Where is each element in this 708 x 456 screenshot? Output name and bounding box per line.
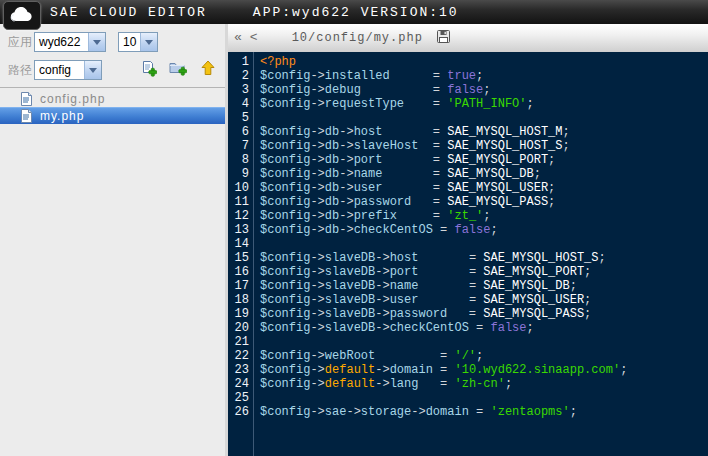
code-line-4[interactable]: 4$config->requestType = 'PATH_INFO'; (228, 97, 708, 111)
line-number: 15 (228, 251, 253, 265)
code-line-5[interactable]: 5 (228, 111, 708, 125)
code-line-16[interactable]: 16$config->slaveDB->port = SAE_MYSQL_POR… (228, 265, 708, 279)
app-row: 应用 wyd622 10 (0, 28, 225, 56)
code-text: $config->db->checkCentOS = false; (253, 223, 498, 237)
code-line-20[interactable]: 20$config->slaveDB->checkCentOS = false; (228, 321, 708, 335)
code-text: $config->sae->storage->domain = 'zentaop… (253, 405, 577, 419)
file-toolbar (139, 61, 225, 79)
code-line-11[interactable]: 11$config->db->password = SAE_MYSQL_PASS… (228, 195, 708, 209)
line-number: 4 (228, 97, 253, 111)
code-text: $config->installed = true; (253, 69, 483, 83)
save-icon[interactable] (437, 29, 450, 47)
cloud-icon (10, 6, 34, 26)
line-number: 20 (228, 321, 253, 335)
code-line-12[interactable]: 12$config->db->prefix = 'zt_'; (228, 209, 708, 223)
version-select[interactable]: 10 (118, 32, 158, 52)
code-line-23[interactable]: 23$config->default->domain = '10.wyd622.… (228, 363, 708, 377)
new-folder-button[interactable] (169, 61, 187, 79)
code-line-13[interactable]: 13$config->db->checkCentOS = false; (228, 223, 708, 237)
code-text: $config->slaveDB->user = SAE_MYSQL_USER; (253, 293, 591, 307)
chevron-down-icon[interactable] (88, 33, 105, 51)
code-line-9[interactable]: 9$config->db->name = SAE_MYSQL_DB; (228, 167, 708, 181)
code-line-21[interactable]: 21 (228, 335, 708, 349)
line-number: 21 (228, 335, 253, 349)
line-number: 17 (228, 279, 253, 293)
parent-directory-button[interactable] (199, 61, 217, 79)
code-line-6[interactable]: 6$config->db->host = SAE_MYSQL_HOST_M; (228, 125, 708, 139)
code-line-17[interactable]: 17$config->slaveDB->name = SAE_MYSQL_DB; (228, 279, 708, 293)
chevron-down-icon[interactable] (140, 33, 157, 51)
code-text (253, 335, 260, 349)
line-number: 12 (228, 209, 253, 223)
code-text: $config->webRoot = '/'; (253, 349, 483, 363)
code-text (253, 391, 260, 405)
code-text: $config->db->port = SAE_MYSQL_PORT; (253, 153, 555, 167)
document-icon (20, 92, 32, 106)
code-editor[interactable]: 1<?php2$config->installed = true;3$confi… (228, 52, 708, 456)
code-text: $config->default->lang = 'zh-cn'; (253, 377, 512, 391)
app-select[interactable]: wyd622 (34, 32, 106, 52)
code-text: $config->db->prefix = 'zt_'; (253, 209, 491, 223)
sae-cloud-editor-window: { "titlebar": { "title": "SAE CLOUD EDIT… (0, 0, 708, 456)
code-line-15[interactable]: 15$config->slaveDB->host = SAE_MYSQL_HOS… (228, 251, 708, 265)
code-line-8[interactable]: 8$config->db->port = SAE_MYSQL_PORT; (228, 153, 708, 167)
path-label: 路径 (8, 62, 34, 79)
line-number: 1 (228, 55, 253, 69)
line-number: 16 (228, 265, 253, 279)
code-text: $config->debug = false; (253, 83, 490, 97)
code-line-10[interactable]: 10$config->db->user = SAE_MYSQL_USER; (228, 181, 708, 195)
file-name: my.php (40, 109, 84, 123)
scroll-tabs-left-button[interactable]: < (246, 25, 262, 51)
code-text: $config->db->name = SAE_MYSQL_DB; (253, 167, 541, 181)
sidebar: 应用 wyd622 10 路径 config (0, 24, 228, 456)
file-item-my-php[interactable]: my.php (0, 107, 225, 124)
line-number: 2 (228, 69, 253, 83)
code-line-18[interactable]: 18$config->slaveDB->user = SAE_MYSQL_USE… (228, 293, 708, 307)
chevron-down-icon[interactable] (84, 61, 101, 79)
code-text: $config->requestType = 'PATH_INFO'; (253, 97, 534, 111)
line-number: 3 (228, 83, 253, 97)
code-line-7[interactable]: 7$config->db->slaveHost = SAE_MYSQL_HOST… (228, 139, 708, 153)
line-number: 18 (228, 293, 253, 307)
code-line-26[interactable]: 26$config->sae->storage->domain = 'zenta… (228, 405, 708, 419)
code-line-1[interactable]: 1<?php (228, 55, 708, 69)
code-text: $config->slaveDB->name = SAE_MYSQL_DB; (253, 279, 577, 293)
titlebar: SAE CLOUD EDITOR APP:wyd622 VERSION:10 (0, 0, 708, 24)
code-text: $config->slaveDB->port = SAE_MYSQL_PORT; (253, 265, 591, 279)
code-line-22[interactable]: 22$config->webRoot = '/'; (228, 349, 708, 363)
new-file-button[interactable] (139, 61, 157, 79)
code-text: $config->db->password = SAE_MYSQL_PASS; (253, 195, 555, 209)
line-number: 14 (228, 237, 253, 251)
line-number: 23 (228, 363, 253, 377)
code-text: <?php (253, 55, 296, 69)
code-text: $config->slaveDB->checkCentOS = false; (253, 321, 534, 335)
line-number: 5 (228, 111, 253, 125)
line-number: 10 (228, 181, 253, 195)
tab-label: 10/config/my.php (292, 31, 423, 45)
code-line-24[interactable]: 24$config->default->lang = 'zh-cn'; (228, 377, 708, 391)
code-text: $config->db->host = SAE_MYSQL_HOST_M; (253, 125, 570, 139)
collapse-sidebar-button[interactable]: « (230, 25, 246, 51)
line-number: 13 (228, 223, 253, 237)
app-title: SAE CLOUD EDITOR (50, 5, 207, 20)
line-number: 26 (228, 405, 253, 419)
file-item-config-php[interactable]: config.php (0, 90, 225, 107)
line-number: 7 (228, 139, 253, 153)
code-text: $config->slaveDB->password = SAE_MYSQL_P… (253, 307, 591, 321)
code-line-25[interactable]: 25 (228, 391, 708, 405)
code-line-3[interactable]: 3$config->debug = false; (228, 83, 708, 97)
code-text (253, 237, 260, 251)
line-number: 24 (228, 377, 253, 391)
tab-my-php[interactable]: 10/config/my.php (282, 24, 460, 52)
path-select[interactable]: config (34, 60, 102, 80)
app-version-info: APP:wyd622 VERSION:10 (253, 5, 459, 20)
code-line-19[interactable]: 19$config->slaveDB->password = SAE_MYSQL… (228, 307, 708, 321)
path-select-value: config (35, 63, 84, 77)
line-number: 9 (228, 167, 253, 181)
document-icon (20, 109, 32, 123)
sae-logo (3, 1, 41, 30)
code-line-14[interactable]: 14 (228, 237, 708, 251)
version-select-value: 10 (119, 35, 140, 49)
line-number: 11 (228, 195, 253, 209)
code-line-2[interactable]: 2$config->installed = true; (228, 69, 708, 83)
